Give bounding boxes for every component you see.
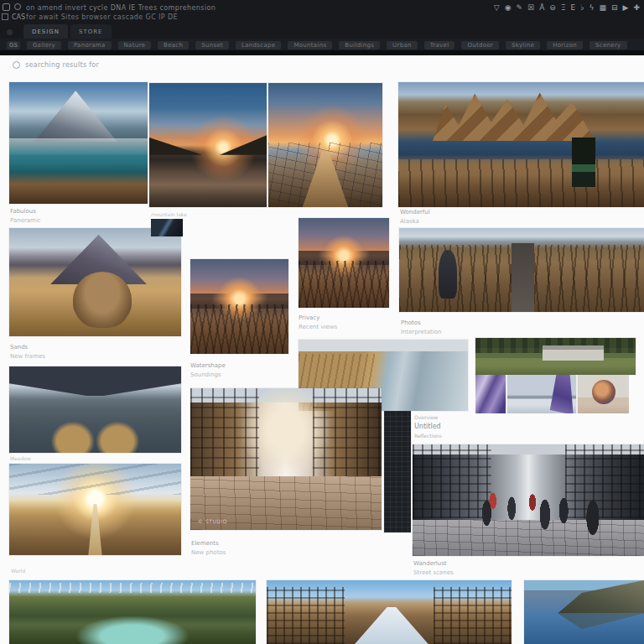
caption-subtitle[interactable]: Interpretation xyxy=(401,328,441,337)
photo-caption: Wanderlust Street scenes xyxy=(413,559,454,578)
dot-icon[interactable]: ◉ xyxy=(505,3,512,12)
record-icon[interactable] xyxy=(14,3,21,10)
menu-icon[interactable]: Ξ xyxy=(561,3,566,12)
filter-chip[interactable]: Urban xyxy=(387,41,418,49)
minus-circle-icon[interactable]: ⊖ xyxy=(549,3,556,12)
filter-chip[interactable]: Travel xyxy=(424,41,455,49)
caption-mini[interactable]: World xyxy=(11,568,25,574)
flash-icon[interactable]: ϟ xyxy=(589,3,595,12)
watermark-text: © STUDIO xyxy=(198,518,227,524)
add-icon[interactable]: ✚ xyxy=(633,3,640,12)
photo-purple-fabric[interactable] xyxy=(475,375,506,413)
photo-camel-field[interactable] xyxy=(9,228,181,336)
photo-panorama-peaks[interactable] xyxy=(398,82,644,207)
address-text-2: for await Sites browser cascade GC IP DE xyxy=(26,13,178,21)
photo-caption: Fabulous Panoramic xyxy=(10,207,41,226)
caption-subtitle[interactable]: Panoramic xyxy=(10,216,41,226)
tab-store[interactable]: Store xyxy=(70,24,112,39)
flat-icon[interactable]: ♭ xyxy=(580,3,584,12)
caption-mini[interactable]: mountain lake xyxy=(151,211,187,217)
filter-chip[interactable]: Skyline xyxy=(506,41,540,49)
photo-sunray-field[interactable] xyxy=(9,464,181,555)
caption-subtitle[interactable]: New photos xyxy=(191,548,226,558)
caption-title[interactable]: Watershape xyxy=(190,361,226,371)
toolbar-row-2: CAS for await Sites browser cascade GC I… xyxy=(0,13,644,22)
caption-title[interactable]: Untitled xyxy=(414,422,442,431)
language-badge[interactable]: GS xyxy=(7,41,20,49)
address-text: on amend invert cycle DNA IE Trees compr… xyxy=(26,4,216,12)
filter-chip[interactable]: Horizon xyxy=(547,41,583,49)
caption-line[interactable]: Reflections xyxy=(414,431,442,440)
photo-people-street[interactable] xyxy=(413,444,644,556)
filter-chip[interactable]: Outdoor xyxy=(461,41,499,49)
photo-sunset-furrows-tall[interactable] xyxy=(190,259,288,354)
photo-caption: Sands New frames xyxy=(10,343,45,361)
font-icon[interactable]: Ā xyxy=(539,3,544,12)
filter-chip[interactable]: Buildings xyxy=(339,41,380,49)
photo-green-field-building[interactable] xyxy=(475,338,636,375)
caption-subtitle[interactable]: Street scenes xyxy=(413,569,454,578)
photo-sunset-sea[interactable] xyxy=(149,83,267,207)
photo-caption: Watershape Soundings xyxy=(190,361,226,380)
caption-subtitle[interactable]: New frames xyxy=(10,352,45,361)
toolbar: on amend invert cycle DNA IE Trees compr… xyxy=(0,0,644,50)
grid-view-icon[interactable]: ▦ xyxy=(599,3,606,12)
close-box-icon[interactable]: ☒ xyxy=(527,3,534,12)
photo-caption: Photos Interpretation xyxy=(401,319,441,337)
photo-mountain-lake[interactable] xyxy=(9,82,148,204)
tab-bar: Design Store xyxy=(23,24,112,39)
caption-title[interactable]: Photos xyxy=(401,319,441,328)
photo-caption: Elements New photos xyxy=(191,539,226,558)
filter-chip[interactable]: Scenery xyxy=(589,41,626,49)
caption-title[interactable]: Sands xyxy=(10,343,45,352)
caption-subtitle[interactable]: Alaska xyxy=(400,217,430,226)
photo-caption: Privacy Recent views xyxy=(299,314,337,332)
toolbar-bottom-edge xyxy=(0,50,644,55)
photo-sky-ribbon[interactable] xyxy=(507,375,576,413)
caption-title[interactable]: Wanderlust xyxy=(413,559,454,569)
results-status-icon xyxy=(13,61,20,69)
photo-lake-ridges[interactable] xyxy=(9,366,181,453)
apps-grid-icon[interactable] xyxy=(2,13,8,20)
caption-title[interactable]: Fabulous xyxy=(10,207,41,216)
flag-icon[interactable]: ▽ xyxy=(494,3,500,12)
caption-title[interactable]: Privacy xyxy=(299,314,337,323)
caption-title[interactable]: Wonderful xyxy=(400,208,430,217)
photo-mountain-reflection[interactable] xyxy=(524,580,644,644)
cas-label: CAS xyxy=(12,13,25,21)
photo-gallery-page: on amend invert cycle DNA IE Trees compr… xyxy=(0,0,644,644)
filter-chip[interactable]: Nature xyxy=(118,41,152,49)
photo-glass-street[interactable]: © STUDIO xyxy=(190,388,382,530)
filter-chip[interactable]: Panorama xyxy=(68,41,112,49)
photo-sunset-furrows-small[interactable] xyxy=(299,218,389,308)
caption-mini[interactable]: Meadow xyxy=(10,455,31,461)
results-text: searching results for xyxy=(25,61,99,69)
export-icon[interactable]: E xyxy=(571,3,576,12)
tab-design[interactable]: Design xyxy=(23,24,68,39)
photo-caption-block: Overview Untitled Reflections xyxy=(414,413,442,440)
photo-railway-walker[interactable] xyxy=(399,228,644,312)
window-icon[interactable] xyxy=(3,3,10,11)
photo-mini-thumbnail[interactable] xyxy=(151,219,183,236)
caption-subtitle[interactable]: Soundings xyxy=(190,371,226,380)
filter-chips: Gallery Panorama Nature Beach Sunset Lan… xyxy=(27,41,627,49)
photo-sunset-boardwalk[interactable] xyxy=(268,83,382,207)
play-icon[interactable]: ▶ xyxy=(623,3,629,12)
caption-title[interactable]: Elements xyxy=(191,539,226,548)
list-view-icon[interactable]: ⊟ xyxy=(611,3,618,12)
photo-shell-sculpture[interactable] xyxy=(578,375,629,413)
photo-valley-river[interactable] xyxy=(9,580,256,644)
filter-chip[interactable]: Mountains xyxy=(288,41,332,49)
photo-icy-road-buildings[interactable] xyxy=(267,580,512,644)
filter-chip[interactable]: Beach xyxy=(158,41,189,49)
filter-chip[interactable]: Gallery xyxy=(27,41,61,49)
toolbar-row-1: on amend invert cycle DNA IE Trees compr… xyxy=(0,2,644,12)
edit-icon[interactable]: ✎ xyxy=(517,3,523,12)
filter-chip[interactable]: Landscape xyxy=(236,41,281,49)
walker-silhouette xyxy=(439,250,457,299)
caption-subtitle[interactable]: Recent views xyxy=(299,323,337,332)
caption-line[interactable]: Overview xyxy=(414,413,442,422)
filter-chip[interactable]: Sunset xyxy=(195,41,229,49)
crowd-silhouettes xyxy=(424,469,632,544)
toolbar-icon-strip: ▽ ◉ ✎ ☒ Ā ⊖ Ξ E ♭ ϟ ▦ ⊟ ▶ ✚ xyxy=(494,3,640,12)
